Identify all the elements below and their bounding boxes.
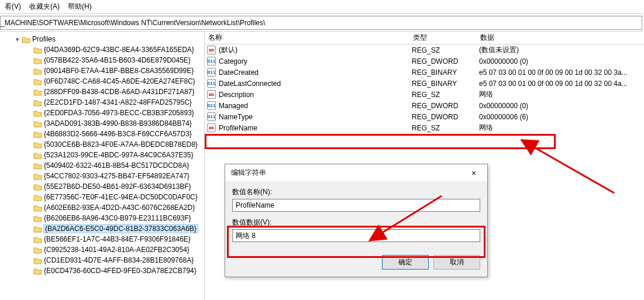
tree-item[interactable]: {54CC7802-9303-4275-BB47-EF54892EA747} [6, 171, 204, 181]
value-type: REG_SZ [412, 46, 479, 54]
tree-item[interactable]: {5409402-6322-461B-8B54-BC517DCDCD8A} [6, 160, 204, 171]
folder-icon [33, 225, 42, 233]
folder-icon [33, 194, 42, 201]
tree-item[interactable]: {2ED0FDA3-7056-4973-BECC-CB3B3F205893} [6, 108, 204, 118]
folder-icon [33, 120, 42, 127]
menu-view[interactable]: 看(V) [5, 2, 21, 12]
value-type: REG_BINARY [412, 80, 479, 88]
list-body: ab(默认)REG_SZ(数值未设置)011CategoryREG_DWORD0… [205, 44, 644, 133]
value-name-input [232, 199, 480, 212]
value-row[interactable]: 011DateLastConnectedREG_BINARYe5 07 03 0… [205, 78, 644, 89]
tree-item[interactable]: {0F6D748C-CA68-4C45-A6DE-420EA274EF8C} [6, 76, 204, 87]
address-bar[interactable]: _MACHINE\SOFTWARE\Microsoft\Windows NT\C… [0, 16, 642, 30]
value-type: REG_DWORD [412, 57, 479, 65]
tree-label: {4B6883D2-5666-4496-B3C8-F69CCF6A57D3} [44, 130, 192, 138]
collapse-twisty-icon[interactable]: ▾ [14, 36, 20, 43]
col-header-name[interactable]: 名称 [205, 33, 409, 43]
tree-item[interactable]: {6E77356C-7E0F-41EC-94EA-DC50DC0DAF0C} [6, 192, 204, 202]
value-type: REG_DWORD [412, 102, 479, 110]
string-value-icon: ab [207, 90, 216, 99]
value-row[interactable]: abDescriptionREG_SZ网络 [205, 89, 644, 100]
twisty-icon [26, 78, 32, 85]
tree-label: {54CC7802-9303-4275-BB47-EF54892EA747} [44, 172, 190, 180]
tree-label: {5409402-6322-461B-8B54-BC517DCDCD8A} [44, 161, 189, 170]
folder-icon [33, 151, 42, 159]
tree-item[interactable]: {3ADAD091-383B-4990-B838-B9386D84BB74} [6, 118, 204, 129]
folder-icon [33, 204, 42, 212]
value-row[interactable]: 011CategoryREG_DWORD0x00000000 (0) [205, 56, 644, 67]
twisty-icon [26, 205, 32, 211]
tree-label: {09014BF0-E7AA-41BF-BBE8-C8A35569D99E} [44, 67, 194, 75]
close-icon[interactable]: × [465, 168, 483, 178]
tree-label: {BA2D6AC6-E5C0-49DC-81B2-37833C063A6B} [44, 225, 198, 233]
cancel-button[interactable]: 取消 [433, 255, 480, 270]
tree-item[interactable]: {5030CE6B-B823-4F0E-A7AA-BDEDC8B78ED8} [6, 139, 204, 150]
col-header-type[interactable]: 类型 [409, 33, 477, 43]
folder-icon [33, 67, 42, 75]
menu-help[interactable]: 帮助(H) [68, 2, 92, 12]
tree-pane: ▾ Profiles {04DA369D-62C9-43BC-8EA4-3365… [0, 32, 205, 300]
value-data: 网络 [479, 89, 644, 99]
tree-item[interactable]: {2E2CD1FD-1487-4341-A822-48FFAD25795C} [6, 97, 204, 108]
twisty-icon [26, 163, 32, 169]
value-data-input[interactable] [232, 229, 480, 242]
binary-value-icon: 011 [207, 101, 216, 110]
folder-icon [33, 162, 42, 170]
edit-string-dialog: 编辑字符串 × 数值名称(N): 数值数据(V): 确定 取消 [225, 164, 488, 277]
twisty-icon [26, 152, 32, 158]
tree-item[interactable]: {B6206EB6-8A96-43C0-B979-E23111BC693F} [6, 213, 204, 223]
tree-item[interactable]: {55E27B6D-DE50-4B61-892F-63634D6913BF} [6, 181, 204, 192]
menu-favorites[interactable]: 收藏夹(A) [29, 2, 60, 12]
value-data: 0x00000000 (0) [479, 102, 644, 110]
value-data-label: 数值数据(V): [232, 218, 480, 227]
folder-icon [33, 173, 42, 180]
folder-icon [33, 141, 42, 149]
tree-label: {6E77356C-7E0F-41EC-94EA-DC50DC0DAF0C} [44, 193, 198, 201]
twisty-icon [26, 57, 32, 64]
twisty-icon [26, 99, 32, 106]
tree-label: {04DA369D-62C9-43BC-8EA4-3365FA165EDA} [44, 46, 194, 54]
value-row[interactable]: 011DateCreatedREG_BINARYe5 07 03 00 01 0… [205, 67, 644, 78]
value-type: REG_DWORD [412, 113, 479, 121]
twisty-icon [26, 236, 32, 243]
value-row[interactable]: 011NameTypeREG_DWORD0x00000006 (6) [205, 111, 644, 122]
value-data: 0x00000000 (0) [479, 57, 644, 65]
value-type: REG_SZ [412, 91, 479, 99]
menubar: 看(V) 收藏夹(A) 帮助(H) [0, 0, 644, 14]
col-header-data[interactable]: 数据 [477, 33, 644, 43]
twisty-icon [26, 89, 32, 95]
value-row[interactable]: abProfileNameREG_SZ网络 [205, 122, 644, 133]
tree-item[interactable]: {288DFF09-B438-4CDB-A6AD-A431DF271A87} [6, 87, 204, 97]
folder-icon [33, 46, 42, 54]
twisty-icon [26, 268, 32, 274]
tree-item[interactable]: {C9925238-1401-49A2-810A-AE02FB2C3054} [6, 244, 204, 255]
ok-button[interactable]: 确定 [382, 255, 429, 270]
tree-item-profiles[interactable]: ▾ Profiles [6, 34, 204, 44]
tree-item[interactable]: {523A1203-99CE-4BDC-997A-84C9C6A37E35} [6, 150, 204, 160]
folder-icon [33, 109, 42, 117]
twisty-icon [26, 110, 32, 116]
tree-item[interactable]: {04DA369D-62C9-43BC-8EA4-3365FA165EDA} [6, 44, 204, 55]
tree-label: {B6206EB6-8A96-43C0-B979-E23111BC693F} [44, 214, 191, 222]
tree-item[interactable]: {E0CD4736-60CD-4FED-9FE0-3DA78E2CB794} [6, 265, 204, 276]
value-name: Category [219, 57, 412, 65]
tree-item[interactable]: {057BB422-35A6-4B15-B603-4D6E879D045E} [6, 55, 204, 65]
value-row[interactable]: 011ManagedREG_DWORD0x00000000 (0) [205, 100, 644, 111]
folder-icon [33, 215, 42, 222]
value-data: e5 07 03 00 01 00 0f 00 09 00 1d 00 32 0… [479, 68, 644, 77]
tree-item[interactable]: {4B6883D2-5666-4496-B3C8-F69CCF6A57D3} [6, 129, 204, 139]
tree-item[interactable]: {BE566EF1-1A7C-44B3-84E7-F9306F91846E} [6, 234, 204, 244]
tree-item[interactable]: {A602E6B2-93EA-4D2D-A43C-6076C268EA2D} [6, 202, 204, 213]
value-name: DateCreated [219, 68, 412, 77]
value-name: Managed [219, 102, 412, 110]
tree-label: {2E2CD1FD-1487-4341-A822-48FFAD25795C} [44, 98, 192, 106]
tree-item[interactable]: {09014BF0-E7AA-41BF-BBE8-C8A35569D99E} [6, 65, 204, 76]
value-row[interactable]: ab(默认)REG_SZ(数值未设置) [205, 44, 644, 56]
tree-label: {55E27B6D-DE50-4B61-892F-63634D6913BF} [44, 182, 191, 191]
binary-value-icon: 011 [207, 57, 216, 65]
binary-value-icon: 011 [207, 79, 216, 88]
tree-item[interactable]: {BA2D6AC6-E5C0-49DC-81B2-37833C063A6B} [6, 223, 204, 234]
tree-label: {E0CD4736-60CD-4FED-9FE0-3DA78E2CB794} [44, 267, 197, 275]
value-data: e5 07 03 00 01 00 0f 00 09 00 1d 00 32 0… [479, 80, 644, 88]
tree-item[interactable]: {CD1ED931-4D7E-4AFF-B834-28B1E809768A} [6, 255, 204, 265]
